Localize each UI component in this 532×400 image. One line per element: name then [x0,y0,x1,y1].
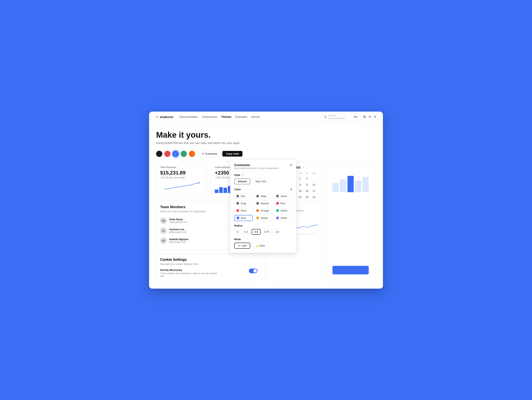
bar-3 [223,188,227,193]
color-yellow[interactable]: Yellow [254,215,272,221]
nav-links: Documentation Components Themes Examples… [179,115,317,119]
main-content: Make it yours. Hand-picked themes that y… [149,123,383,289]
cal-day-23[interactable]: 23 [304,194,310,200]
theme-dot-orange[interactable] [189,151,195,157]
theme-dot-red[interactable] [164,151,171,157]
radius-0[interactable]: 0 [234,229,241,235]
theme-dot-green[interactable] [181,151,187,157]
violet-swatch [276,217,279,219]
stone-swatch [276,195,279,197]
svg-point-5 [317,224,317,225]
gbar-2 [340,179,346,192]
cal-day-8[interactable]: 8 [297,182,303,188]
cal-next-btn[interactable]: › [303,166,304,169]
cal-day-2[interactable]: 2 [304,176,310,181]
sun-icon: ☀ [238,244,240,247]
navigation: shadcn/ui Documentation Components Theme… [149,112,383,123]
day-th: Th [297,171,304,175]
cal-day-17[interactable]: 17 [311,188,317,194]
cal-day-16[interactable]: 16 [304,188,310,194]
mode-light-btn[interactable]: ☀ Light [234,243,250,249]
color-neutral[interactable]: Neutral [254,200,272,206]
cookie-toggle[interactable] [249,269,257,273]
svg-point-7 [303,233,304,234]
color-rose[interactable]: Rose [234,208,253,213]
cal-day-9[interactable]: 9 [304,182,310,188]
color-stone[interactable]: Stone [274,193,292,199]
revenue-value: $15,231.89 [160,170,203,176]
panel-title: Customize [234,163,279,167]
wand-icon: ✦ [202,152,204,155]
color-orange[interactable]: Orange [254,208,272,213]
cookie-setting-info: Strictly Necessary These cookies are ess… [160,269,219,277]
cal-day-22[interactable]: 22 [297,194,303,200]
green-swatch [276,209,279,212]
color-label: Color + [234,187,292,191]
twitter-icon[interactable]: ✕ [368,115,371,119]
gbar-5 [362,177,369,192]
rose-swatch [236,209,239,212]
color-red[interactable]: Red [274,200,292,206]
style-label: Style i [234,174,292,177]
theme-dot-black[interactable] [156,151,162,157]
theme-dot-blue[interactable]: ✓ [172,151,179,157]
hero-subtitle: Hand-picked themes that you can copy and… [156,141,376,144]
color-blue[interactable]: ✓ Blue [234,215,253,221]
radius-0_5[interactable]: 0.5 [252,229,260,235]
gbar-3 [348,176,354,192]
cal-day-15[interactable]: 15 [297,188,303,194]
customize-button[interactable]: ✦ Customize [199,151,220,157]
logo-icon [155,115,158,119]
add-color-icon[interactable]: + [290,187,292,191]
search-box[interactable]: 🔍 Search documentation... ⌘K [322,113,361,121]
color-slate[interactable]: Slate [254,193,272,199]
radius-options: 0 0.3 0.5 0.75 1.0 [234,229,292,235]
nav-documentation[interactable]: Documentation [179,115,198,119]
blue-swatch: ✓ [237,217,239,219]
app-window: shadcn/ui Documentation Components Theme… [149,112,383,289]
panel-subtitle: Pick a style and color for your componen… [234,167,279,170]
graph-cta[interactable] [332,266,369,274]
cal-day-10[interactable]: 10 [311,182,317,188]
yellow-swatch [256,217,259,219]
cookie-title: Cookie Settings [160,258,257,262]
revenue-chart [160,181,203,191]
nav-examples[interactable]: Examples [235,115,247,119]
nav-components[interactable]: Components [202,115,217,119]
theme-toggle-icon[interactable]: ☀ [374,115,377,119]
svg-point-2 [198,182,200,183]
day-sa: Sa [311,171,317,175]
moon-icon: 🌙 [255,244,258,247]
style-default-btn[interactable]: Default [234,179,250,184]
color-green[interactable]: Green [274,208,292,213]
nav-themes[interactable]: Themes [221,115,232,119]
revenue-change: +20.1% from last month [160,176,203,179]
style-newyork-btn[interactable]: New York [252,179,270,184]
bar-2 [219,187,223,193]
copy-code-button[interactable]: Copy code [222,151,242,156]
color-zinc[interactable]: Zinc [234,193,253,199]
zinc-swatch [236,195,239,197]
orange-swatch [256,209,259,212]
logo[interactable]: shadcn/ui [155,115,173,119]
cookie-setting-row: Strictly Necessary These cookies are ess… [160,269,257,277]
graph-placeholder [329,166,372,277]
graph-bars [332,169,369,192]
mode-label: Mode [234,238,292,241]
color-gray[interactable]: Gray [234,200,253,206]
revenue-card: Total Revenue $15,231.89 +20.1% from las… [156,162,207,197]
red-swatch [276,202,279,205]
reset-button[interactable]: ↺ [290,163,292,167]
revenue-label: Total Revenue [160,166,203,169]
cal-day-1[interactable]: 1 [297,176,303,181]
github-icon[interactable]: ⚙ [363,115,366,119]
mode-dark-btn[interactable]: 🌙 Dark [252,243,268,249]
radius-0_3[interactable]: 0.3 [242,229,250,235]
gray-swatch [236,202,239,205]
cal-day-24[interactable]: 24 [311,194,317,200]
color-violet[interactable]: Violet [274,215,292,221]
nav-github[interactable]: GitHub [251,115,260,119]
radius-1_0[interactable]: 1.0 [273,229,282,235]
cookie-setting-label: Strictly Necessary [160,269,219,271]
radius-0_75[interactable]: 0.75 [262,229,272,235]
